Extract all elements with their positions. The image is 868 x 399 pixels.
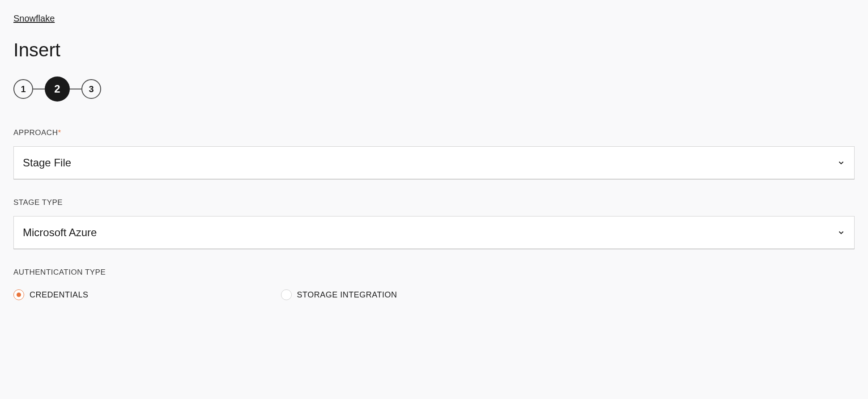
chevron-down-icon <box>837 159 845 167</box>
stage-type-select-value: Microsoft Azure <box>23 226 97 239</box>
chevron-down-icon <box>837 229 845 237</box>
radio-credentials[interactable]: CREDENTIALS <box>13 289 89 300</box>
page-title: Insert <box>13 39 855 61</box>
step-2-active[interactable]: 2 <box>45 76 70 102</box>
auth-type-label: AUTHENTICATION TYPE <box>13 268 855 277</box>
radio-button-icon <box>281 289 292 300</box>
step-3[interactable]: 3 <box>81 79 101 99</box>
required-indicator: * <box>58 128 61 137</box>
approach-select[interactable]: Stage File <box>13 146 855 179</box>
radio-button-icon <box>13 289 24 300</box>
auth-type-field-group: AUTHENTICATION TYPE CREDENTIALS STORAGE … <box>13 268 855 300</box>
step-1[interactable]: 1 <box>13 79 33 99</box>
breadcrumb-link[interactable]: Snowflake <box>13 13 55 24</box>
stage-type-label: STAGE TYPE <box>13 198 855 207</box>
radio-checked-dot-icon <box>17 293 21 297</box>
auth-type-radio-group: CREDENTIALS STORAGE INTEGRATION <box>13 289 855 300</box>
approach-label: APPROACH* <box>13 128 855 137</box>
radio-storage-integration[interactable]: STORAGE INTEGRATION <box>281 289 397 300</box>
approach-select-value: Stage File <box>23 157 71 169</box>
step-connector <box>70 89 81 89</box>
radio-storage-integration-label: STORAGE INTEGRATION <box>297 290 397 300</box>
step-connector <box>33 89 45 89</box>
radio-credentials-label: CREDENTIALS <box>30 290 89 300</box>
approach-label-text: APPROACH <box>13 128 58 137</box>
approach-field-group: APPROACH* Stage File <box>13 128 855 179</box>
stage-type-field-group: STAGE TYPE Microsoft Azure <box>13 198 855 249</box>
stage-type-select[interactable]: Microsoft Azure <box>13 216 855 249</box>
stepper: 1 2 3 <box>13 76 855 102</box>
